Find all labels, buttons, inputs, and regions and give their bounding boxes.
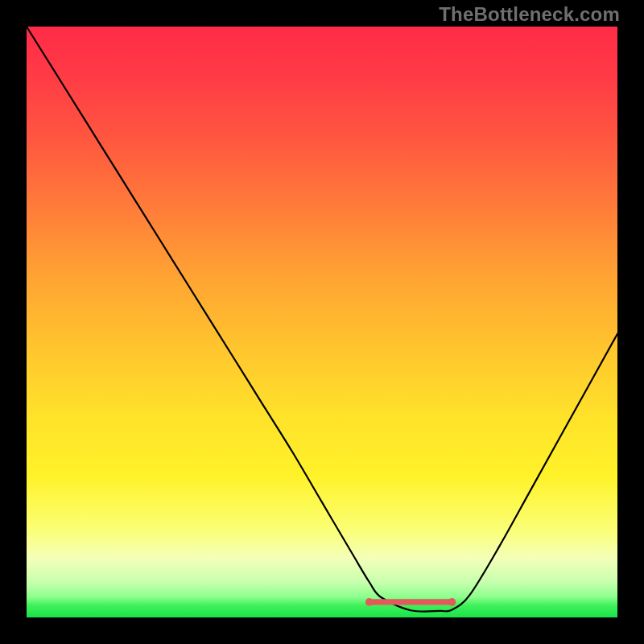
plot-area — [27, 27, 617, 617]
chart-frame: TheBottleneck.com — [0, 0, 644, 644]
flat-segment-left-dot — [365, 598, 374, 606]
curve-group — [27, 27, 617, 612]
chart-svg — [27, 27, 617, 617]
flat-segment-right-dot — [448, 598, 456, 606]
watermark-text: TheBottleneck.com — [439, 3, 620, 26]
bottleneck-curve — [27, 27, 617, 612]
